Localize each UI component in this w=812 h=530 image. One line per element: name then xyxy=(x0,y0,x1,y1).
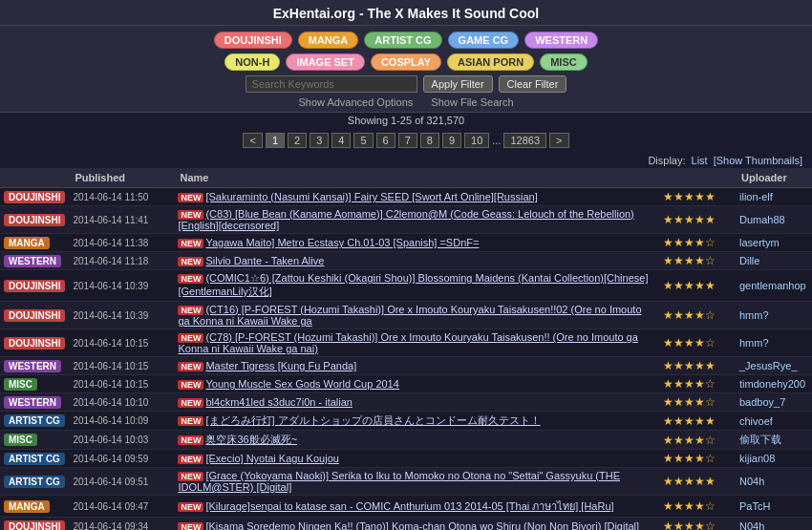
filter-btn-artist-cg[interactable]: ARTIST CG xyxy=(364,32,441,49)
display-bar: Display: List [Show Thumbnails] xyxy=(0,153,812,168)
uploader-link[interactable]: PaTcH xyxy=(739,500,770,512)
entry-name-link[interactable]: [Kisama Soredemo Ningen Ka!! (Tano)] Kom… xyxy=(205,520,639,530)
uploader-link[interactable]: chivoef xyxy=(739,415,773,427)
uploader-link[interactable]: ilion-elf xyxy=(739,191,773,202)
uploader-link[interactable]: _JesusRye_ xyxy=(739,360,798,371)
entry-name-link[interactable]: (C83) [Blue Bean (Kaname Aomame)] C2lemo… xyxy=(178,208,633,231)
category-badge[interactable]: DOUJINSHI xyxy=(4,280,65,292)
category-badge[interactable]: MANGA xyxy=(4,237,50,249)
table-row: DOUJINSHI2014-06-14 11:50NEW[Sakuraminto… xyxy=(0,188,812,206)
show-advanced-link[interactable]: Show Advanced Options xyxy=(298,96,413,108)
entry-name-link[interactable]: [Execio] Nyotai Kagu Koujou xyxy=(205,453,338,464)
display-label: Display: xyxy=(648,155,685,166)
category-badge[interactable]: WESTERN xyxy=(4,396,61,409)
entry-name-link[interactable]: [まどろみ行灯] アダルトショップの店員さんとコンドーム耐久テスト！ xyxy=(205,414,540,426)
category-badge[interactable]: MISC xyxy=(4,434,37,446)
entry-name-link[interactable]: (C78) [P-FOREST (Hozumi Takashi)] Ore x … xyxy=(178,331,637,354)
page-3[interactable]: 3 xyxy=(310,133,329,148)
uploader-link[interactable]: badboy_7 xyxy=(739,396,785,408)
entry-published: 2014-06-14 10:03 xyxy=(69,431,174,450)
page-9[interactable]: 9 xyxy=(442,133,461,148)
entry-name-link[interactable]: Master Tigress [Kung Fu Panda] xyxy=(205,360,356,371)
new-badge: NEW xyxy=(178,257,203,266)
entry-name-link[interactable]: bl4ckm41led s3duc7i0n - italian xyxy=(205,396,352,408)
entry-name-link[interactable]: (CT16) [P-FOREST (Hozumi Takashi)] Ore x… xyxy=(178,304,641,327)
category-badge[interactable]: MISC xyxy=(4,378,37,391)
category-badge[interactable]: DOUJINSHI xyxy=(4,337,65,350)
category-badge[interactable]: DOUJINSHI xyxy=(4,520,65,531)
category-badge[interactable]: DOUJINSHI xyxy=(4,191,65,203)
filter-row-1: DOUJINSHIMANGAARTIST CGGAME CGWESTERN xyxy=(0,32,812,49)
entry-name-cell: NEWSilvio Dante - Taken Alive xyxy=(174,252,659,270)
entry-name-link[interactable]: [Grace (Yokoyama Naoki)] Serika to Iku t… xyxy=(178,470,620,493)
uploader-link[interactable]: N04h xyxy=(739,476,764,487)
filter-btn-manga[interactable]: MANGA xyxy=(298,32,359,49)
uploader-link[interactable]: N04h xyxy=(739,520,764,530)
entry-name-cell: NEW(C83) [Blue Bean (Kaname Aomame)] C2l… xyxy=(174,206,659,234)
entry-category: ARTIST CG xyxy=(0,450,69,468)
entry-name-link[interactable]: (COMIC1☆6) [Zattou Keshiki (Okagiri Shou… xyxy=(178,272,648,297)
page-last[interactable]: 12863 xyxy=(503,133,546,148)
new-badge: NEW xyxy=(178,472,203,481)
entry-name-link[interactable]: Silvio Dante - Taken Alive xyxy=(205,255,324,266)
uploader-link[interactable]: 偷取下载 xyxy=(739,434,781,445)
entry-stars: ★★★★★ xyxy=(659,357,736,375)
category-badge[interactable]: ARTIST CG xyxy=(4,414,65,427)
filter-btn-game-cg[interactable]: GAME CG xyxy=(448,32,520,49)
filter-btn-non-h[interactable]: NON-H xyxy=(224,53,280,71)
table-row: ARTIST CG2014-06-14 09:59NEW[Execio] Nyo… xyxy=(0,450,812,468)
page-next[interactable]: > xyxy=(549,133,568,148)
entry-name-link[interactable]: [Kilurage]senpai to katase san - COMIC A… xyxy=(205,500,613,512)
category-badge[interactable]: WESTERN xyxy=(4,255,61,267)
show-file-search-link[interactable]: Show File Search xyxy=(431,96,513,108)
entry-name-link[interactable]: 奥空床36般必滅死~ xyxy=(205,434,297,445)
entry-uploader: PaTcH xyxy=(736,496,812,518)
uploader-link[interactable]: hmm? xyxy=(739,309,769,321)
page-4[interactable]: 4 xyxy=(331,133,351,148)
uploader-link[interactable]: gentlemanhop xyxy=(739,280,806,291)
uploader-link[interactable]: Dumah88 xyxy=(739,214,785,225)
category-badge[interactable]: MANGA xyxy=(4,500,50,513)
entry-name-link[interactable]: Young Muscle Sex Gods World Cup 2014 xyxy=(205,378,398,390)
page-2[interactable]: 2 xyxy=(288,133,307,148)
search-input[interactable] xyxy=(246,75,417,93)
entry-uploader: N04h xyxy=(736,468,812,496)
category-badge[interactable]: WESTERN xyxy=(4,360,61,372)
page-prev[interactable]: < xyxy=(243,133,262,148)
filter-btn-western[interactable]: WESTERN xyxy=(524,32,598,49)
entry-name-cell: NEW[Kilurage]senpai to katase san - COMI… xyxy=(174,496,659,518)
uploader-link[interactable]: Dille xyxy=(739,255,759,266)
col-uploader: Uploader xyxy=(736,168,812,188)
filter-btn-doujinshi[interactable]: DOUJINSHI xyxy=(214,32,292,49)
entry-category: MANGA xyxy=(0,496,69,518)
page-1[interactable]: 1 xyxy=(266,133,285,148)
category-badge[interactable]: ARTIST CG xyxy=(4,453,65,465)
list-view-link[interactable]: List xyxy=(692,155,708,166)
page-10[interactable]: 10 xyxy=(464,133,489,148)
page-5[interactable]: 5 xyxy=(353,133,373,148)
entry-category: DOUJINSHI xyxy=(0,188,69,206)
clear-filter-button[interactable]: Clear Filter xyxy=(499,75,567,93)
thumbnails-view-link[interactable]: [Show Thumbnails] xyxy=(714,155,802,166)
new-badge: NEW xyxy=(178,239,203,248)
filter-btn-asian-porn[interactable]: ASIAN PORN xyxy=(447,53,534,71)
entry-name-link[interactable]: Yagawa Maito] Metro Ecstasy Ch.01-03 [Sp… xyxy=(205,237,479,248)
apply-filter-button[interactable]: Apply Filter xyxy=(423,75,493,93)
uploader-link[interactable]: timdonehy200 xyxy=(739,378,805,390)
filter-btn-misc[interactable]: MISC xyxy=(540,53,588,71)
filter-btn-cosplay[interactable]: COSPLAY xyxy=(371,53,441,71)
page-8[interactable]: 8 xyxy=(420,133,439,148)
uploader-link[interactable]: kijian08 xyxy=(739,453,775,464)
filter-btn-image-set[interactable]: IMAGE SET xyxy=(286,53,365,71)
category-badge[interactable]: ARTIST CG xyxy=(4,476,65,488)
uploader-link[interactable]: lasertym xyxy=(739,237,780,248)
new-badge: NEW xyxy=(178,380,203,390)
uploader-link[interactable]: hmm? xyxy=(739,337,769,349)
category-badge[interactable]: DOUJINSHI xyxy=(4,309,65,322)
entry-stars: ★★★★☆ xyxy=(659,393,736,412)
entry-category: MANGA xyxy=(0,234,69,252)
category-badge[interactable]: DOUJINSHI xyxy=(4,214,65,226)
page-7[interactable]: 7 xyxy=(398,133,417,148)
page-6[interactable]: 6 xyxy=(376,133,395,148)
entry-name-link[interactable]: [Sakuraminto (Nasumi Kansai)] Fairy SEED… xyxy=(205,191,537,202)
